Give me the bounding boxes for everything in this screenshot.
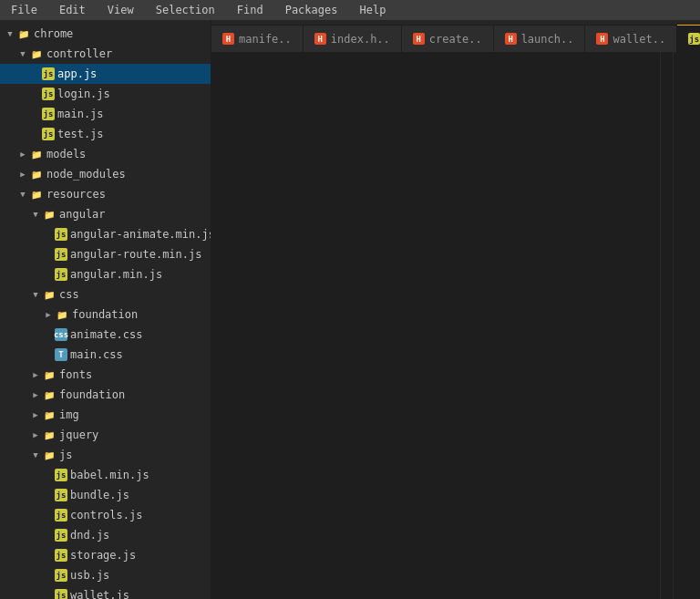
sidebar-label-test-js: test.js: [57, 128, 104, 140]
sidebar-item-chrome[interactable]: ▼ 📁 chrome: [0, 24, 211, 44]
tab-label-manifest: manife..: [239, 33, 292, 46]
tab-manifest[interactable]: H manife..: [211, 25, 304, 52]
sidebar-item-dnd[interactable]: ▶ js dnd.js: [0, 525, 211, 545]
folder-icon: 📁: [55, 307, 69, 322]
tab-label-wallet: wallet..: [612, 33, 665, 46]
tab-launch[interactable]: H launch..: [494, 25, 586, 52]
sidebar-item-foundation[interactable]: ▶ 📁 foundation: [0, 385, 211, 405]
sidebar-label-angular-min: angular.min.js: [70, 268, 162, 281]
tab-bar: H manife.. H index.h.. H create.. H laun…: [211, 20, 700, 52]
sidebar-label-app-js: app.js: [57, 67, 97, 80]
sidebar-label-foundation: foundation: [59, 388, 125, 401]
sidebar-label-foundation-css: foundation: [72, 308, 138, 321]
menu-file[interactable]: File: [7, 2, 41, 18]
code-editor[interactable]: [252, 52, 660, 599]
sidebar-item-node-modules[interactable]: ▶ 📁 node_modules: [0, 164, 211, 184]
sidebar-label-jquery: jquery: [59, 429, 98, 441]
sidebar-label-dnd: dnd.js: [70, 529, 109, 542]
chevron-down-icon: ▼: [16, 188, 29, 201]
sidebar-item-angular-min[interactable]: ▶ js angular.min.js: [0, 264, 211, 284]
sidebar-label-angular-route: angular-route.min.js: [70, 248, 202, 261]
chevron-right-icon: ▶: [16, 168, 29, 181]
menu-view[interactable]: View: [104, 2, 138, 18]
sidebar-item-fonts[interactable]: ▶ 📁 fonts: [0, 365, 211, 385]
sidebar-label-login-js: login.js: [57, 88, 110, 100]
js-icon: js: [55, 589, 67, 599]
sidebar-item-models[interactable]: ▶ 📁 models: [0, 144, 211, 164]
tab-create[interactable]: H create..: [402, 25, 494, 52]
sidebar-item-css[interactable]: ▼ 📁 css: [0, 284, 211, 305]
sidebar-item-animate-css[interactable]: ▶ css animate.css: [0, 325, 211, 345]
sidebar-item-angular-animate[interactable]: ▶ js angular-animate.min.js: [0, 224, 211, 244]
sidebar-label-animate-css: animate.css: [70, 328, 142, 341]
html-icon: H: [413, 33, 425, 45]
sidebar-label-controller: controller: [46, 47, 112, 60]
js-icon: js: [55, 569, 67, 582]
sidebar-item-controls[interactable]: ▶ js controls.js: [0, 505, 211, 525]
js-icon: js: [42, 88, 55, 100]
menu-selection[interactable]: Selection: [152, 2, 219, 18]
js-icon: js: [55, 228, 67, 241]
sidebar-item-login-js[interactable]: ▶ js login.js: [0, 84, 211, 104]
chevron-right-icon: ▶: [16, 148, 29, 160]
sidebar: ▼ 📁 chrome ▼ 📁 controller ▶ js app.js ▶ …: [0, 20, 211, 599]
js-icon: js: [55, 248, 67, 261]
html-icon: H: [596, 33, 608, 45]
folder-icon: 📁: [29, 187, 44, 201]
js-icon: js: [42, 108, 55, 120]
menu-packages[interactable]: Packages: [282, 2, 342, 18]
sidebar-label-storage: storage.js: [70, 549, 136, 562]
sidebar-label-fonts: fonts: [59, 368, 92, 381]
line-numbers: [211, 52, 252, 599]
sidebar-label-wallet: wallet.js: [70, 589, 129, 599]
menu-bar: File Edit View Selection Find Packages H…: [0, 0, 700, 20]
sidebar-item-jquery[interactable]: ▶ 📁 jquery: [0, 425, 211, 445]
sidebar-item-resources[interactable]: ▼ 📁 resources: [0, 184, 211, 204]
sidebar-label-usb: usb.js: [70, 569, 109, 582]
sidebar-item-angular[interactable]: ▼ 📁 angular: [0, 204, 211, 224]
sidebar-item-angular-route[interactable]: ▶ js angular-route.min.js: [0, 244, 211, 264]
chevron-right-icon: ▶: [42, 308, 55, 321]
tab-wallet[interactable]: H wallet..: [585, 25, 677, 52]
chevron-right-icon: ▶: [29, 368, 42, 381]
sidebar-label-main-js: main.js: [57, 108, 104, 120]
sidebar-item-wallet[interactable]: ▶ js wallet.js: [0, 585, 211, 599]
sidebar-item-js[interactable]: ▼ 📁 js: [0, 445, 211, 465]
sidebar-item-babel[interactable]: ▶ js babel.min.js: [0, 465, 211, 485]
menu-edit[interactable]: Edit: [56, 2, 89, 18]
sidebar-label-babel: babel.min.js: [70, 469, 149, 481]
folder-icon: 📁: [42, 428, 57, 442]
code-container: [211, 52, 700, 599]
minimap-gutter: [660, 52, 673, 599]
folder-icon: 📁: [29, 46, 44, 61]
tab-label-launch: launch..: [521, 33, 574, 46]
menu-find[interactable]: Find: [233, 2, 267, 18]
chevron-down-icon: ▼: [29, 449, 42, 461]
sidebar-item-storage[interactable]: ▶ js storage.js: [0, 545, 211, 565]
sidebar-item-controller[interactable]: ▼ 📁 controller: [0, 44, 211, 64]
sidebar-item-app-js[interactable]: ▶ js app.js: [0, 64, 211, 84]
chevron-down-icon: ▼: [4, 27, 16, 40]
sidebar-item-main-js[interactable]: ▶ js main.js: [0, 104, 211, 124]
sidebar-item-img[interactable]: ▶ 📁 img: [0, 405, 211, 425]
tab-label-create: create..: [429, 33, 482, 46]
html-icon: H: [505, 33, 517, 45]
sidebar-label-resources: resources: [46, 188, 106, 201]
sidebar-item-bundle[interactable]: ▶ js bundle.js: [0, 485, 211, 505]
tab-app-js[interactable]: js app.js: [677, 25, 700, 52]
js-icon: js: [55, 529, 67, 542]
right-line-numbers: [673, 52, 700, 599]
sidebar-item-test-js[interactable]: ▶ js test.js: [0, 124, 211, 144]
chevron-right-icon: ▶: [29, 429, 42, 441]
sidebar-item-main-css[interactable]: ▶ T main.css: [0, 345, 211, 365]
sidebar-item-usb[interactable]: ▶ js usb.js: [0, 565, 211, 585]
sidebar-label-main-css: main.css: [70, 348, 123, 361]
menu-help[interactable]: Help: [355, 2, 389, 18]
folder-icon: 📁: [42, 207, 57, 222]
tab-index[interactable]: H index.h..: [304, 25, 402, 52]
editor-area: H manife.. H index.h.. H create.. H laun…: [211, 20, 700, 599]
folder-icon: 📁: [29, 167, 44, 181]
sidebar-item-foundation-css[interactable]: ▶ 📁 foundation: [0, 305, 211, 325]
sidebar-label-css: css: [59, 288, 79, 301]
folder-icon: 📁: [42, 408, 57, 422]
